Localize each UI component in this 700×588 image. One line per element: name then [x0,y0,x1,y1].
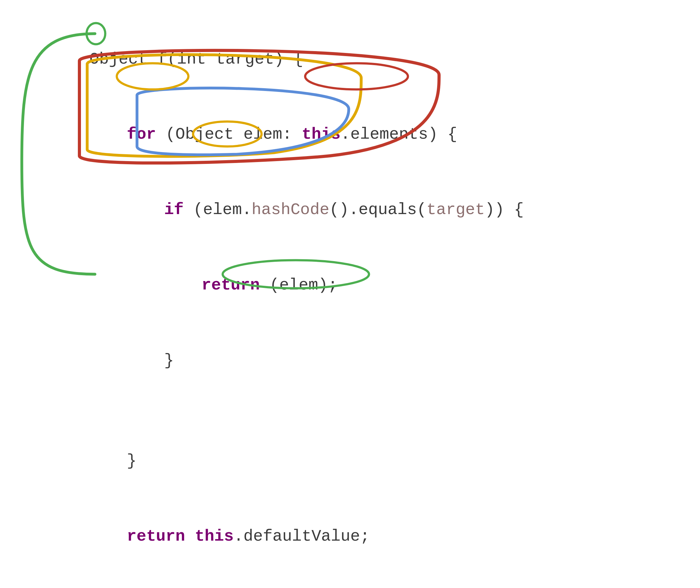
code-blank [31,399,669,424]
main-container: Object f(int target) { for (Object elem:… [19,12,681,588]
code-section: Object f(int target) { for (Object elem:… [19,12,681,588]
code-line-2: for (Object elem: this.elements) { [31,97,669,173]
code-line-3: if (elem.hashCode().equals(target)) { [31,173,669,248]
code-line-1: Object f(int target) { [31,22,669,97]
code-line-5: } [31,323,669,399]
code-line-4: return (elem); [31,248,669,323]
code-line-6: } [31,424,669,499]
code-line-7: return this.defaultValue; [31,499,669,574]
code-line-8: } [31,574,669,588]
